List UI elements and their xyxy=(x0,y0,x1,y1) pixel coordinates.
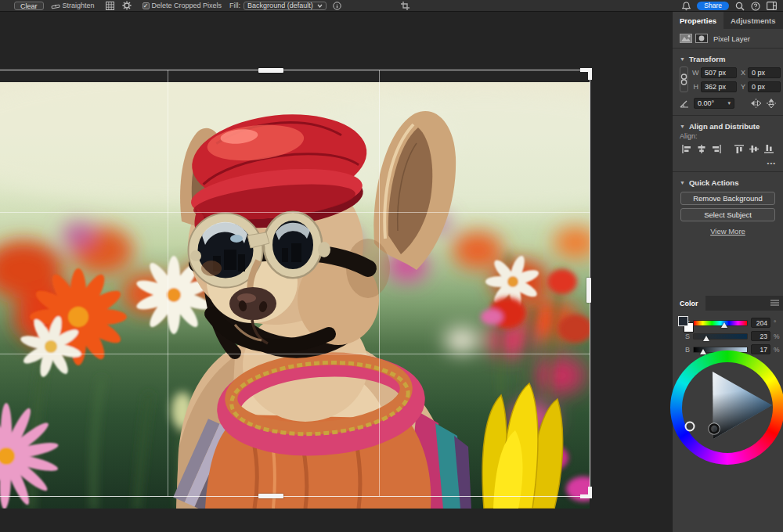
fill-value: Background (default) xyxy=(247,2,313,9)
remove-background-button[interactable]: Remove Background xyxy=(680,192,775,205)
align-label: Align: xyxy=(680,132,698,140)
transform-title: Transform xyxy=(689,55,725,63)
crop-handle-top-right[interactable] xyxy=(580,68,592,80)
width-field[interactable]: 507 px xyxy=(701,67,737,78)
delete-cropped-pixels-option[interactable]: ✓ Delete Cropped Pixels xyxy=(143,2,222,9)
align-bottom-icon[interactable] xyxy=(762,143,775,155)
crop-grid-h1 xyxy=(0,212,590,213)
rotate-angle-icon xyxy=(680,99,689,108)
w-label: W xyxy=(692,69,698,77)
crop-handle-bottom-right[interactable] xyxy=(580,487,592,498)
chevron-down-icon: ▼ xyxy=(680,124,685,129)
flip-horizontal-icon[interactable] xyxy=(750,99,762,108)
color-panel: Color H 204 ° S xyxy=(673,296,783,357)
straighten-tool[interactable]: Straighten xyxy=(51,2,95,9)
flip-vertical-icon[interactable] xyxy=(767,98,776,109)
options-bar: Clear Straighten ✓ Delete Cropped Pixels… xyxy=(0,0,783,12)
align-top-icon[interactable] xyxy=(732,143,745,155)
overlay-options-button[interactable] xyxy=(106,2,114,10)
hue-ring-selector[interactable] xyxy=(686,422,695,431)
fill-label: Fill: xyxy=(229,2,240,9)
crop-cursor-icon xyxy=(401,2,410,10)
align-center-horizontal-icon[interactable] xyxy=(695,143,708,155)
chevron-down-icon xyxy=(317,4,323,8)
straighten-label: Straighten xyxy=(63,2,95,9)
quick-actions-header[interactable]: ▼ Quick Actions xyxy=(673,175,783,189)
properties-panel: Properties Adjustments Pixel Layer ▼ Tra… xyxy=(672,12,783,532)
crop-grid-v1 xyxy=(168,70,168,496)
align-section-header[interactable]: ▼ Align and Distribute xyxy=(673,119,783,132)
canvas-area[interactable] xyxy=(0,12,672,532)
reset-button[interactable] xyxy=(333,2,341,10)
view-more-link[interactable]: View More xyxy=(673,227,783,235)
info-icon xyxy=(333,2,341,10)
fill-dropdown[interactable]: Background (default) xyxy=(244,2,327,10)
hue-value[interactable]: 204 xyxy=(751,318,770,328)
clear-button[interactable]: Clear xyxy=(14,2,44,10)
hue-slider[interactable] xyxy=(693,320,748,326)
crop-handle-right[interactable] xyxy=(586,278,591,303)
tab-adjustments[interactable]: Adjustments xyxy=(723,12,783,29)
workspace-icon[interactable] xyxy=(767,2,777,10)
align-middle-vertical-icon[interactable] xyxy=(747,143,760,155)
crop-handle-bottom[interactable] xyxy=(258,494,283,498)
help-icon[interactable] xyxy=(751,2,760,11)
foreground-swatch[interactable] xyxy=(678,316,688,326)
tab-properties[interactable]: Properties xyxy=(673,12,723,29)
chevron-down-icon: ▾ xyxy=(727,100,731,106)
photo-canvas[interactable] xyxy=(0,82,590,509)
transform-section-header[interactable]: ▼ Transform xyxy=(673,52,783,65)
chevron-down-icon: ▼ xyxy=(680,180,685,185)
align-overflow-button[interactable]: ••• xyxy=(767,160,776,167)
delete-cropped-label: Delete Cropped Pixels xyxy=(152,2,222,9)
align-right-icon[interactable] xyxy=(709,143,723,155)
height-field[interactable]: 362 px xyxy=(701,81,737,92)
panel-tabbar: Properties Adjustments xyxy=(673,12,783,29)
search-icon[interactable] xyxy=(735,2,745,11)
crop-edge-top[interactable] xyxy=(0,70,590,70)
x-label: X xyxy=(739,69,745,77)
saturation-unit: % xyxy=(774,332,780,340)
chevron-down-icon: ▼ xyxy=(680,56,685,62)
h-label: H xyxy=(692,83,698,91)
saturation-slider[interactable] xyxy=(693,333,748,340)
crop-grid-h2 xyxy=(0,354,590,354)
bell-icon[interactable] xyxy=(682,2,691,11)
delete-cropped-checkbox[interactable]: ✓ xyxy=(143,2,150,9)
straighten-icon xyxy=(51,2,60,9)
link-dimensions-icon[interactable] xyxy=(680,66,688,92)
angle-field[interactable]: 0.00° ▾ xyxy=(694,98,734,109)
x-field[interactable]: 0 px xyxy=(748,67,781,78)
hue-unit: ° xyxy=(774,319,780,327)
saturation-slider-handle[interactable] xyxy=(703,336,709,341)
share-button[interactable]: Share xyxy=(697,2,729,10)
crop-edge-bottom[interactable] xyxy=(0,496,590,497)
layer-type-label: Pixel Layer xyxy=(713,34,750,43)
photo-image xyxy=(0,82,590,509)
grid-overlay-icon xyxy=(106,2,114,10)
tab-color[interactable]: Color xyxy=(673,296,705,311)
crop-handle-top[interactable] xyxy=(258,68,283,73)
hue-slider-handle[interactable] xyxy=(721,322,727,328)
y-field[interactable]: 0 px xyxy=(748,81,781,92)
pixel-layer-icon xyxy=(680,34,692,43)
select-subject-button[interactable]: Select Subject xyxy=(680,208,775,221)
crop-settings-button[interactable] xyxy=(122,1,132,10)
layer-type-row: Pixel Layer xyxy=(673,29,783,45)
gear-icon xyxy=(122,1,132,10)
saturation-brightness-triangle[interactable] xyxy=(713,372,772,439)
saturation-value[interactable]: 23 xyxy=(751,331,770,341)
swatch-pair xyxy=(677,315,679,336)
align-title: Align and Distribute xyxy=(689,122,760,131)
saturation-label: S xyxy=(684,332,690,340)
quick-actions-title: Quick Actions xyxy=(689,178,739,187)
panel-menu-icon[interactable] xyxy=(770,300,779,307)
layer-mask-icon xyxy=(695,34,708,43)
crop-grid-v2 xyxy=(379,70,380,496)
align-left-icon[interactable] xyxy=(680,143,693,155)
color-wheel[interactable] xyxy=(670,350,783,465)
angle-value: 0.00° xyxy=(698,99,714,107)
y-label: Y xyxy=(739,83,745,91)
